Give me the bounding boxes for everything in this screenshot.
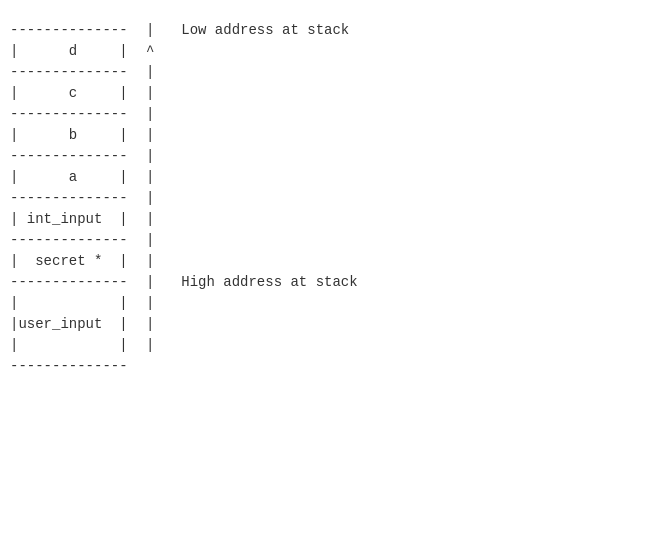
- arrow-row: |: [138, 125, 155, 146]
- label-row: [164, 83, 357, 104]
- stack-row: --------------: [10, 230, 128, 251]
- label-row: [164, 293, 357, 314]
- arrow-row: |: [138, 335, 155, 356]
- stack-row: --------------: [10, 20, 128, 41]
- stack-row: | d |: [10, 41, 128, 62]
- stack-row: --------------: [10, 272, 128, 293]
- arrow-row: ^: [138, 41, 155, 62]
- label-row: [164, 314, 357, 335]
- arrow-row: |: [138, 167, 155, 188]
- stack-row: --------------: [10, 62, 128, 83]
- stack-row: --------------: [10, 356, 128, 377]
- arrow-row: |: [138, 314, 155, 335]
- label-row: [164, 188, 357, 209]
- stack-row: | secret * |: [10, 251, 128, 272]
- stack-row: | c |: [10, 83, 128, 104]
- arrow-row: |: [138, 209, 155, 230]
- label-row: High address at stack: [164, 272, 357, 293]
- label-row: [164, 167, 357, 188]
- stack-row: |user_input |: [10, 314, 128, 335]
- label-row: [164, 230, 357, 251]
- label-row: Low address at stack: [164, 20, 357, 41]
- arrow-column: | ^ | | | | | | | | | | | | | |: [128, 20, 155, 356]
- label-row: [164, 209, 357, 230]
- stack-row: | b |: [10, 125, 128, 146]
- arrow-row: |: [138, 272, 155, 293]
- stack-row: --------------: [10, 188, 128, 209]
- diagram-container: --------------| d |--------------| c |--…: [10, 20, 358, 377]
- arrow-row: |: [138, 83, 155, 104]
- stack-column: --------------| d |--------------| c |--…: [10, 20, 128, 377]
- stack-row: | a |: [10, 167, 128, 188]
- arrow-row: |: [138, 188, 155, 209]
- label-row: [164, 104, 357, 125]
- label-row: [164, 251, 357, 272]
- label-row: [164, 146, 357, 167]
- arrow-row: |: [138, 62, 155, 83]
- arrow-row: |: [138, 20, 155, 41]
- label-row: [164, 62, 357, 83]
- labels-column: Low address at stack High address at sta…: [154, 20, 357, 377]
- label-row: [164, 335, 357, 356]
- stack-row: | |: [10, 335, 128, 356]
- label-row: [164, 41, 357, 62]
- arrow-row: |: [138, 104, 155, 125]
- stack-row: | |: [10, 293, 128, 314]
- stack-row: --------------: [10, 104, 128, 125]
- stack-row: | int_input |: [10, 209, 128, 230]
- stack-row: --------------: [10, 146, 128, 167]
- arrow-row: |: [138, 230, 155, 251]
- label-row: [164, 125, 357, 146]
- arrow-row: |: [138, 293, 155, 314]
- arrow-row: |: [138, 146, 155, 167]
- label-row: [164, 356, 357, 377]
- arrow-row: |: [138, 251, 155, 272]
